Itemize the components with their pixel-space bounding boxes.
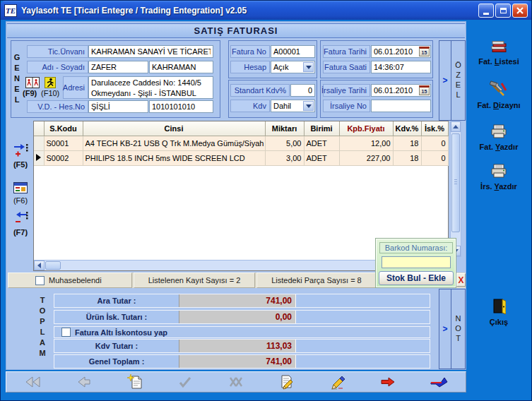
fatura-no-label: Fatura No [230, 45, 270, 58]
fatura-alti-iskonto-label: Fatura Altı İskontosu yap [75, 328, 167, 337]
col-cinsi: Cinsi [83, 121, 265, 136]
send-arrow-icon [429, 375, 449, 389]
fatura-alti-iskonto-row: Fatura Altı İskontosu yap [54, 326, 430, 338]
irsaliye-tarihi-calendar-button[interactable]: 15 [419, 85, 430, 95]
fat-listesi-button[interactable]: Fat. Listesi [468, 40, 530, 66]
calendar-icon: 15 [422, 89, 427, 94]
part-count-section: Listedeki Parça Sayısı = 8 [256, 273, 377, 288]
irsaliye-no-field[interactable] [371, 100, 431, 112]
fatura-tarihi-value: 06.01.2010 [374, 47, 413, 56]
fat-yazdir-button[interactable]: Fat. Yazdır [468, 124, 530, 151]
delete-record-button[interactable] [328, 373, 348, 390]
vertical-scrollbar[interactable] [450, 121, 461, 257]
irsaliye-tarihi-label: İrsaliye Tarihi [323, 84, 370, 97]
new-record-button[interactable] [125, 373, 145, 390]
post-record-button[interactable] [175, 373, 195, 390]
grid-row-selected[interactable]: S0002 PHILIPS 18.5 INCH 5ms WIDE SCREEN … [34, 150, 448, 165]
label-post: azdır [499, 182, 517, 191]
barkod-input[interactable] [382, 256, 451, 268]
first-record-button[interactable] [23, 373, 43, 390]
hesap-select[interactable]: Açık [271, 61, 315, 73]
last-record-button[interactable] [429, 373, 449, 390]
fatura-tarihi-field[interactable]: 06.01.2010 15 [371, 45, 431, 58]
vertical-scroll-thumb[interactable] [451, 133, 460, 232]
tic-unvani-field[interactable] [88, 45, 213, 58]
cell-isk: 0 [421, 150, 448, 165]
hesno-field[interactable] [149, 100, 213, 113]
irs-yazdir-button[interactable]: İrs. Yazdır [468, 164, 530, 191]
restore-button[interactable] [495, 4, 511, 18]
label-hotkey: Y [495, 143, 500, 151]
current-row-marker-icon [36, 154, 41, 161]
adres-line1: Darulaceze Caddesi No: 1440/5 [91, 78, 211, 88]
tab-ozel[interactable]: > ÖZEL [439, 40, 466, 121]
page-title: SATIŞ FATURASI [7, 23, 465, 38]
horizontal-scrollbar[interactable] [34, 260, 377, 270]
horizontal-scroll-thumb[interactable] [45, 261, 61, 270]
add-row-icon [13, 143, 28, 157]
tab-genel[interactable]: GENEL [13, 53, 21, 106]
total-row-genel-toplam: Genel Toplam : 741,00 [54, 354, 430, 369]
selector-column-header [34, 121, 44, 136]
remove-line-button-f7[interactable]: (F7) [8, 211, 33, 237]
previous-record-icon [76, 376, 93, 388]
tab-not[interactable]: > NOT [439, 289, 466, 369]
fat-dizayni-button[interactable]: Fat. Dizaynı [468, 80, 530, 109]
fatura-saati-field[interactable] [371, 61, 431, 73]
f6-label: (F6) [8, 196, 33, 205]
label-post: azdır [500, 143, 519, 151]
edit-record-button[interactable] [277, 373, 297, 390]
close-button[interactable] [512, 4, 528, 18]
ozel-expand-arrow[interactable]: > [439, 41, 451, 120]
adresi-field[interactable]: Darulaceze Caddesi No: 1440/5 Okmeydanı … [88, 76, 213, 99]
scroll-left-button[interactable] [34, 261, 45, 270]
running-man-icon [45, 77, 56, 88]
vd-field[interactable] [88, 100, 148, 113]
record-count-text: Listelenen Kayıt Sayısı = 2 [148, 276, 241, 285]
irsaliye-no-label: İrsaliye No [323, 100, 370, 112]
edit-document-icon [278, 374, 295, 390]
adi-field[interactable] [88, 61, 148, 73]
soyadi-field[interactable] [149, 61, 213, 73]
stok-bul-ekle-button[interactable]: Stok Bul - Ekle [379, 271, 454, 285]
minimize-button[interactable] [478, 4, 494, 18]
irsaliye-tarihi-field[interactable]: 06.01.2010 15 [371, 84, 431, 97]
f7-label: (F7) [8, 228, 33, 237]
fatura-tarihi-calendar-button[interactable]: 15 [419, 47, 430, 56]
not-expand-arrow[interactable]: > [439, 289, 451, 369]
browse-form-button-f6[interactable]: (F6) [8, 182, 33, 205]
grid-row[interactable]: S0001 A4 TECH KB-21 USB Q Trk M.Medya Gü… [34, 136, 448, 150]
kdv-dropdown-button[interactable] [303, 101, 314, 111]
adi-soyadi-label: Adı - Soyadı [27, 61, 88, 73]
app-icon[interactable]: TE [4, 4, 17, 17]
hesap-label: Hesap [230, 61, 270, 73]
arrow-left-icon [37, 263, 41, 268]
scroll-up-button[interactable] [451, 121, 461, 132]
total-label: Genel Toplam : [54, 355, 179, 368]
standart-kdv-field[interactable] [290, 84, 315, 97]
muhasebelendi-label: Muhasebelendi [49, 276, 102, 285]
record-form-icon [13, 182, 28, 193]
kdv-select[interactable]: Dahil [271, 100, 315, 112]
chevron-down-icon [306, 66, 312, 69]
close-barkod-panel-button[interactable]: X [456, 273, 466, 287]
cell-birimi: ADET [304, 150, 339, 165]
next-record-button[interactable] [378, 373, 398, 390]
add-line-button-f5[interactable]: (F5) [8, 143, 33, 169]
printer-icon [490, 124, 508, 139]
strip-filler [296, 340, 430, 352]
fatura-no-field[interactable] [271, 45, 315, 58]
fatura-alti-iskonto-checkbox[interactable] [61, 328, 71, 337]
hesap-dropdown-button[interactable] [303, 62, 314, 72]
label-pre: İrs. [480, 182, 494, 191]
muhasebelendi-section: Muhasebelendi [8, 273, 132, 288]
muhasebelendi-checkbox[interactable] [35, 276, 45, 285]
not-label: NOT [454, 314, 463, 344]
cikis-button[interactable]: Çıkış [468, 298, 530, 326]
cancel-record-button[interactable] [226, 373, 246, 390]
cancel-xx-icon [227, 376, 244, 388]
strip-filler [296, 294, 430, 307]
cell-isk: 0 [421, 136, 448, 150]
cell-kpb-fiyati: 12,00 [339, 136, 393, 150]
previous-record-button[interactable] [74, 373, 94, 390]
